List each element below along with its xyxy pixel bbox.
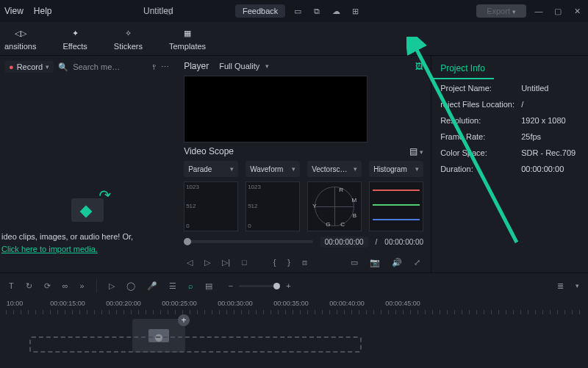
info-key-framerate: Frame Rate:	[440, 132, 521, 141]
chevron-down-icon: ▾	[512, 8, 516, 15]
apps-icon[interactable]: ⊞	[348, 4, 362, 18]
chevron-down-icon: ▾	[354, 165, 357, 173]
seek-slider[interactable]	[184, 240, 313, 243]
chain-icon[interactable]: ∞	[62, 281, 68, 290]
tool-label: ansitions	[4, 42, 36, 51]
list-icon[interactable]: ☰	[169, 281, 176, 291]
record-dropdown[interactable]: ● Record ▾	[4, 61, 54, 73]
mark-in-icon[interactable]: {	[273, 258, 276, 267]
menu-help[interactable]: Help	[34, 6, 52, 16]
transitions-icon: ◁▷	[15, 27, 26, 40]
mic-icon[interactable]: 🎤	[147, 281, 157, 291]
ruler-label: 00:00:35:00	[273, 300, 309, 307]
ruler-label: 00:00:45:00	[385, 300, 420, 307]
histogram-scope	[369, 181, 423, 231]
tool-transitions[interactable]: ◁▷ansitions	[4, 27, 36, 51]
scope-histogram-dropdown[interactable]: Histogram▾	[369, 161, 423, 177]
feedback-button[interactable]: Feedback	[235, 4, 285, 18]
info-val-name: Untitled	[521, 84, 548, 93]
chevron-down-icon[interactable]: ▾	[576, 282, 579, 289]
tool-effects[interactable]: ✦Effects	[62, 27, 87, 51]
ruler-label: 00:00:40:00	[329, 300, 365, 307]
tool-stickers[interactable]: ✧Stickers	[114, 27, 143, 51]
cloud-icon[interactable]: ☁	[329, 4, 343, 18]
search-input[interactable]: Search me…	[73, 62, 120, 71]
add-clip-button[interactable]: +	[178, 314, 190, 326]
search-icon: 🔍	[58, 62, 68, 72]
empty-track[interactable]	[29, 336, 362, 353]
info-val-location: /	[521, 100, 523, 109]
stop-icon[interactable]: □	[242, 258, 247, 267]
import-link[interactable]: Click here to import media.	[1, 243, 173, 256]
scope-parade-dropdown[interactable]: Parade▾	[184, 161, 238, 177]
parade-scope: 1023 512 0	[184, 181, 238, 231]
grid-icon[interactable]: ▤	[205, 281, 212, 291]
undo-icon[interactable]: ↻	[26, 281, 32, 291]
overflow-icon[interactable]: »	[80, 281, 85, 290]
vector-scope: R M B G C Y	[307, 181, 362, 231]
prev-frame-icon[interactable]: ◁	[187, 258, 193, 267]
fullscreen-icon[interactable]: ⤢	[414, 258, 420, 267]
waveform-scope: 1023 512 0	[245, 181, 300, 231]
view-options-icon[interactable]: ≣	[557, 281, 564, 291]
info-key-colorspace: Color Space:	[440, 148, 521, 157]
media-import-zone[interactable]: ↷ ideo clips, images, or audio here! Or,…	[0, 78, 173, 273]
scope-waveform-dropdown[interactable]: Waveform▾	[245, 161, 300, 177]
quality-dropdown[interactable]: Full Quality ▾	[219, 62, 269, 71]
import-illustration: ↷	[61, 187, 112, 231]
ruler-label: 00:00:30:00	[218, 300, 253, 307]
ruler-label: 00:00:25:00	[162, 300, 197, 307]
device-icon[interactable]: ▭	[291, 4, 304, 18]
snapshot-icon[interactable]: 🖼	[415, 62, 423, 71]
info-val-resolution: 1920 x 1080	[521, 116, 566, 125]
scope-label: Waveform	[250, 165, 283, 173]
video-scope-label: Video Scope	[184, 146, 234, 156]
zoom-slider[interactable]	[239, 285, 280, 287]
time-separator: /	[376, 238, 378, 246]
chevron-down-icon: ▾	[46, 63, 49, 71]
scope-layout-icon[interactable]: ▤	[409, 146, 417, 156]
chevron-down-icon[interactable]: ▾	[420, 148, 423, 156]
zoom-in-icon[interactable]: +	[286, 281, 290, 290]
scope-label: Histogram	[373, 165, 407, 173]
close-icon[interactable]: ✕	[570, 4, 584, 18]
mark-out-icon[interactable]: }	[287, 258, 290, 267]
maximize-icon[interactable]: ▢	[551, 4, 564, 18]
scope-label: Parade	[188, 165, 212, 173]
zoom-out-icon[interactable]: −	[229, 281, 233, 290]
export-label: Export	[487, 7, 510, 15]
timeline-ruler[interactable]: 10:00 00:00:15:00 00:00:20:00 00:00:25:0…	[6, 298, 582, 314]
filter-icon[interactable]: ⫯	[152, 62, 157, 71]
volume-icon[interactable]: 🔊	[392, 258, 402, 267]
tool-templates[interactable]: ▦Templates	[169, 27, 206, 51]
share-a-icon[interactable]: ⧉	[310, 4, 323, 18]
info-key-resolution: Resolution:	[440, 116, 521, 125]
camera-icon[interactable]: 📷	[370, 258, 380, 267]
player-viewport[interactable]	[184, 76, 368, 142]
minimize-icon[interactable]: —	[532, 4, 545, 18]
crop-icon[interactable]: ⧈	[302, 258, 307, 267]
info-key-location: roject Files Location:	[440, 100, 521, 109]
chevron-down-icon: ▾	[292, 165, 295, 173]
text-tool-icon[interactable]: T	[9, 281, 14, 290]
import-text: ideo clips, images, or audio here! Or,	[1, 231, 173, 243]
more-icon[interactable]: ⋯	[161, 62, 169, 72]
next-frame-icon[interactable]: ▷|	[222, 258, 230, 267]
info-val-framerate: 25fps	[521, 132, 541, 141]
monitor-icon[interactable]: ▭	[351, 258, 358, 267]
save-indicator-icon: ◷	[165, 7, 173, 16]
tab-project-info[interactable]: Project Info	[431, 56, 494, 79]
info-val-colorspace: SDR - Rec.709	[521, 148, 576, 157]
magnet-icon[interactable]: ⌕	[188, 281, 193, 290]
ruler-label: 00:00:15:00	[50, 300, 85, 307]
play-icon[interactable]: ▷	[204, 258, 210, 267]
scope-vector-dropdown[interactable]: Vectorsc…▾	[307, 161, 362, 177]
export-button[interactable]: Export ▾	[476, 4, 526, 18]
info-key-name: Project Name:	[440, 84, 521, 93]
chevron-down-icon: ▾	[230, 165, 234, 173]
current-time: 00:00:00:00	[320, 237, 368, 248]
play-timeline-icon[interactable]: ▷	[109, 281, 115, 291]
shield-icon[interactable]: ◯	[126, 281, 135, 291]
menu-view[interactable]: View	[4, 6, 24, 16]
sync-icon[interactable]: ⟳	[44, 281, 51, 291]
